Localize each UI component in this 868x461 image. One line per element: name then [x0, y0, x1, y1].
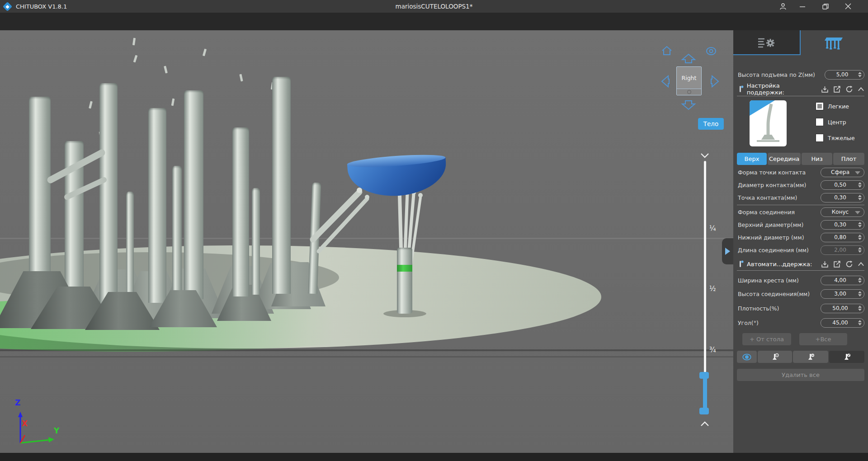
spinner-arrows-icon[interactable] — [858, 235, 862, 240]
collapse-section-icon[interactable] — [858, 86, 864, 92]
add-support-mode-button[interactable] — [758, 351, 792, 363]
slider-half-label: ½ — [709, 285, 716, 293]
slider-collapse-bottom[interactable] — [700, 420, 710, 429]
axis-x-label: X — [22, 419, 28, 428]
divider — [737, 96, 864, 96]
add-all-button[interactable]: +Все — [799, 333, 847, 345]
rotate-right-button[interactable] — [710, 74, 721, 90]
add-from-plate-button[interactable]: + От стола — [742, 333, 791, 345]
contact-point-spinbox[interactable]: 0,30 — [821, 193, 864, 202]
spinner-arrows-icon[interactable] — [858, 222, 862, 227]
field-connection-shape: Форма соединения Конус — [738, 207, 864, 217]
nav-cube-bottom[interactable] — [677, 89, 701, 95]
rotate-left-button[interactable] — [660, 74, 670, 90]
lower-diameter-spinbox[interactable]: 0,80 — [821, 233, 864, 242]
spinner-arrows-icon[interactable] — [858, 320, 862, 325]
tab-middle[interactable]: Середина — [768, 153, 801, 165]
rotate-up-button[interactable] — [680, 52, 697, 66]
nav-cube-pivot-icon — [687, 90, 691, 94]
support-edit-icon — [843, 353, 851, 361]
upper-diameter-spinbox[interactable]: 0,30 — [821, 220, 864, 230]
contact-diameter-spinbox[interactable]: 0,50 — [821, 180, 864, 190]
support-trunk[interactable] — [397, 248, 412, 314]
spinner-arrows-icon[interactable] — [858, 291, 862, 296]
arrow-up-icon — [680, 52, 697, 64]
close-button[interactable] — [839, 0, 857, 13]
heavy-checkbox[interactable] — [816, 134, 824, 142]
chevron-up-icon — [700, 421, 710, 427]
angle-spinbox[interactable]: 45,00 — [821, 318, 864, 328]
chitubox-window: CHITUBOX V1.8.1 mariosisCUTELOLOOPS1* — [0, 0, 868, 461]
model-bowl[interactable] — [347, 153, 448, 199]
z-lift-spinbox[interactable]: 5,00 — [825, 70, 864, 80]
export-icon[interactable] — [833, 85, 841, 93]
home-view-button[interactable] — [661, 45, 673, 58]
delete-all-button[interactable]: Удалить все — [737, 369, 864, 381]
panel-collapse-handle[interactable] — [722, 238, 733, 264]
export-icon[interactable] — [833, 260, 841, 268]
collapse-section-icon[interactable] — [858, 261, 864, 267]
restore-button[interactable] — [816, 0, 835, 13]
tab-raft[interactable]: Плот — [833, 153, 864, 165]
edit-support-mode-button[interactable] — [829, 351, 864, 363]
spinner-arrows-icon[interactable] — [858, 278, 862, 283]
slider-three-quarter-label: ¾ — [709, 346, 716, 354]
checkbox-center: Центр — [816, 118, 846, 126]
import-icon[interactable] — [821, 260, 829, 268]
center-checkbox[interactable] — [816, 118, 824, 126]
perspective-toggle-button[interactable] — [705, 47, 717, 57]
account-button[interactable] — [774, 0, 792, 13]
tab-bottom[interactable]: Низ — [802, 153, 832, 165]
spinner-arrows-icon[interactable] — [858, 195, 862, 200]
tab-top[interactable]: Верх — [737, 153, 767, 165]
delete-support-mode-button[interactable] — [793, 351, 828, 363]
document-title: mariosisCUTELOLOOPS1* — [0, 3, 868, 10]
density-spinbox[interactable]: 50,00 — [821, 304, 864, 313]
slider-collapse-top[interactable] — [700, 152, 710, 160]
checkbox-light: Легкие — [816, 102, 849, 110]
field-z-lift: Высота подъема по Z(мм) 5,00 — [738, 70, 864, 80]
contact-shape-dropdown[interactable]: Сфера — [821, 168, 864, 177]
support-preview-thumbnail[interactable] — [750, 100, 787, 146]
connection-height-spinbox[interactable]: 3,00 — [821, 289, 864, 299]
refresh-icon[interactable] — [845, 260, 853, 268]
field-contact-diameter: Диаметр контакта(мм) 0,50 — [738, 180, 864, 190]
nav-cube[interactable]: Right — [676, 66, 702, 95]
divider — [737, 270, 864, 271]
axis-z-label: Z — [15, 398, 20, 407]
refresh-icon[interactable] — [845, 85, 853, 93]
import-icon[interactable] — [821, 85, 829, 93]
spinner-arrows-icon[interactable] — [858, 72, 862, 77]
rotate-down-button[interactable] — [680, 99, 697, 113]
tab-support-settings[interactable] — [800, 30, 868, 55]
clip-slider-handle-bottom[interactable] — [699, 408, 709, 414]
tab-slice-settings[interactable] — [733, 30, 800, 55]
nav-cube-face-label[interactable]: Right — [677, 67, 701, 89]
support-pillar-icon — [738, 85, 744, 93]
toggle-support-visibility[interactable] — [737, 351, 757, 363]
field-cross-width: Ширина креста (мм) 4,00 — [738, 275, 864, 285]
clip-slider-handle-top[interactable] — [699, 372, 709, 379]
light-checkbox[interactable] — [816, 102, 824, 110]
field-density: Плотность(%) 50,00 — [738, 303, 864, 313]
scene-3d — [0, 0, 733, 453]
clip-slider-range[interactable] — [703, 376, 707, 412]
field-connection-height: Высота соединения(мм) 3,00 — [738, 289, 864, 299]
spinner-arrows-icon[interactable] — [858, 306, 862, 311]
settings-list-gear-icon — [757, 37, 776, 49]
support-settings-header: Настройка поддержки: — [738, 84, 864, 94]
connection-length-spinbox: 2,00 — [821, 245, 864, 255]
connection-shape-dropdown[interactable]: Конус — [821, 207, 864, 217]
plate-front-line — [0, 349, 733, 351]
spinner-arrows-icon — [858, 247, 862, 253]
tab-accent-line — [733, 54, 800, 55]
field-angle: Угол(°) 45,00 — [738, 318, 864, 328]
body-button[interactable]: Тело — [698, 118, 724, 130]
arrow-left-icon — [660, 74, 670, 89]
minimize-button[interactable] — [793, 0, 811, 13]
spinner-arrows-icon[interactable] — [858, 182, 862, 188]
cross-width-spinbox[interactable]: 4,00 — [821, 276, 864, 285]
clip-slider-track[interactable] — [704, 161, 706, 372]
support-green-band — [397, 265, 412, 272]
field-contact-shape: Форма точки контакта Сфера — [738, 167, 864, 177]
